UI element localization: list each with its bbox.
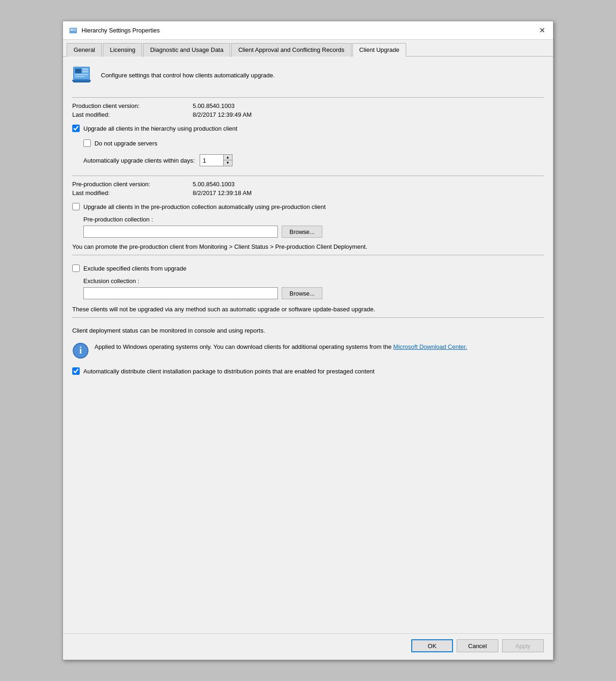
header-section: Configure settings that control how clie… — [72, 64, 544, 86]
tabs-bar: General Licensing Diagnostic and Usage D… — [63, 40, 553, 57]
svg-rect-12 — [73, 82, 90, 82]
exclusion-collection-row: Browse... — [83, 287, 544, 299]
auto-distribute-label[interactable]: Automatically distribute client installa… — [83, 368, 375, 375]
days-spinner: ▲ ▼ — [200, 154, 233, 166]
production-modified-row: Last modified: 8/2/2017 12:39:49 AM — [72, 111, 544, 118]
upgrade-all-checkbox[interactable] — [72, 125, 80, 132]
cancel-button[interactable]: Cancel — [457, 639, 498, 652]
dialog-icon — [69, 26, 78, 35]
separator-3 — [72, 255, 544, 255]
ok-button[interactable]: OK — [411, 639, 453, 652]
info-icon: i — [72, 342, 89, 359]
upgrade-preprod-row: Upgrade all clients in the pre-productio… — [72, 203, 544, 210]
spinner-down-button[interactable]: ▼ — [224, 160, 232, 166]
info-box-text-main: Applied to Windows operating systems onl… — [94, 343, 393, 350]
exclude-clients-label[interactable]: Exclude specified clients from upgrade — [83, 265, 187, 272]
footer: OK Cancel Apply — [63, 633, 553, 660]
title-bar: Hierarchy Settings Properties ✕ — [63, 21, 553, 40]
preprod-modified-value: 8/2/2017 12:39:18 AM — [193, 189, 251, 196]
upgrade-preprod-checkbox[interactable] — [72, 203, 80, 210]
client-deploy-text: Client deployment status can be monitore… — [72, 327, 544, 334]
preprod-version-value: 5.00.8540.1003 — [193, 181, 234, 188]
upgrade-all-label[interactable]: Upgrade all clients in the hierarchy usi… — [83, 125, 237, 132]
title-bar-left: Hierarchy Settings Properties — [69, 26, 160, 35]
exclusion-collection-input[interactable] — [83, 287, 278, 299]
preprod-version-label: Pre-production client version: — [72, 181, 193, 188]
microsoft-download-link[interactable]: Microsoft Download Center. — [393, 343, 467, 350]
upgrade-preprod-label[interactable]: Upgrade all clients in the pre-productio… — [83, 203, 326, 210]
exclusion-collection-label: Exclusion collection : — [83, 277, 544, 284]
auto-upgrade-row: Automatically upgrade clients within day… — [83, 154, 544, 166]
tab-licensing[interactable]: Licensing — [103, 43, 142, 57]
production-modified-label: Last modified: — [72, 111, 193, 118]
do-not-upgrade-section: Do not upgrade servers — [83, 135, 544, 150]
tab-diagnostic[interactable]: Diagnostic and Usage Data — [143, 43, 230, 57]
preprod-version-row: Pre-production client version: 5.00.8540… — [72, 181, 544, 188]
preprod-collection-label: Pre-production collection : — [83, 216, 544, 223]
svg-rect-6 — [75, 69, 82, 73]
exclude-clients-checkbox[interactable] — [72, 265, 80, 272]
production-version-label: Production client version: — [72, 102, 193, 109]
separator-4 — [72, 317, 544, 318]
tab-client-upgrade[interactable]: Client Upgrade — [352, 43, 407, 57]
production-version-row: Production client version: 5.00.8540.100… — [72, 102, 544, 109]
do-not-upgrade-servers-label[interactable]: Do not upgrade servers — [94, 140, 157, 147]
header-description: Configure settings that control how clie… — [101, 72, 275, 79]
settings-icon — [72, 64, 94, 86]
svg-rect-8 — [82, 71, 88, 72]
production-version-value: 5.00.8540.1003 — [193, 102, 234, 109]
apply-button[interactable]: Apply — [502, 639, 544, 652]
days-input[interactable] — [200, 155, 223, 166]
info-box: i Applied to Windows operating systems o… — [72, 342, 544, 359]
preprod-collection-input[interactable] — [83, 226, 278, 238]
dialog: Hierarchy Settings Properties ✕ General … — [63, 21, 553, 660]
dialog-title: Hierarchy Settings Properties — [82, 27, 160, 34]
promote-text: You can promote the pre-production clien… — [72, 243, 544, 250]
svg-rect-7 — [82, 69, 88, 70]
svg-rect-9 — [75, 74, 88, 75]
do-not-upgrade-servers-checkbox[interactable] — [83, 139, 91, 147]
auto-distribute-checkbox[interactable] — [72, 367, 80, 375]
preprod-collection-row: Browse... — [83, 226, 544, 238]
svg-rect-1 — [70, 29, 73, 31]
production-modified-value: 8/2/2017 12:39:49 AM — [193, 111, 251, 118]
upgrade-all-row: Upgrade all clients in the hierarchy usi… — [72, 125, 544, 132]
spinner-buttons: ▲ ▼ — [223, 155, 232, 166]
preprod-browse-button[interactable]: Browse... — [282, 226, 322, 238]
preprod-modified-label: Last modified: — [72, 189, 193, 196]
preprod-modified-row: Last modified: 8/2/2017 12:39:18 AM — [72, 189, 544, 196]
svg-rect-3 — [74, 30, 76, 31]
exclusion-browse-button[interactable]: Browse... — [282, 287, 322, 299]
svg-text:i: i — [79, 345, 82, 355]
exclude-clients-row: Exclude specified clients from upgrade — [72, 265, 544, 272]
spinner-up-button[interactable]: ▲ — [224, 155, 232, 160]
svg-rect-10 — [75, 76, 84, 77]
tab-general[interactable]: General — [67, 43, 102, 57]
tab-client-approval[interactable]: Client Approval and Conflicting Records — [231, 43, 351, 57]
do-not-upgrade-row: Do not upgrade servers — [83, 139, 544, 147]
svg-rect-11 — [72, 80, 91, 82]
auto-distribute-row: Automatically distribute client installa… — [72, 367, 544, 375]
separator-1 — [72, 97, 544, 98]
main-content: Configure settings that control how clie… — [63, 57, 553, 633]
separator-2 — [72, 176, 544, 176]
exclusion-note: These clients will not be upgraded via a… — [72, 306, 544, 313]
info-box-content: Applied to Windows operating systems onl… — [94, 342, 467, 352]
svg-rect-2 — [74, 29, 76, 30]
close-button[interactable]: ✕ — [536, 25, 547, 36]
auto-upgrade-label: Automatically upgrade clients within day… — [83, 157, 195, 164]
